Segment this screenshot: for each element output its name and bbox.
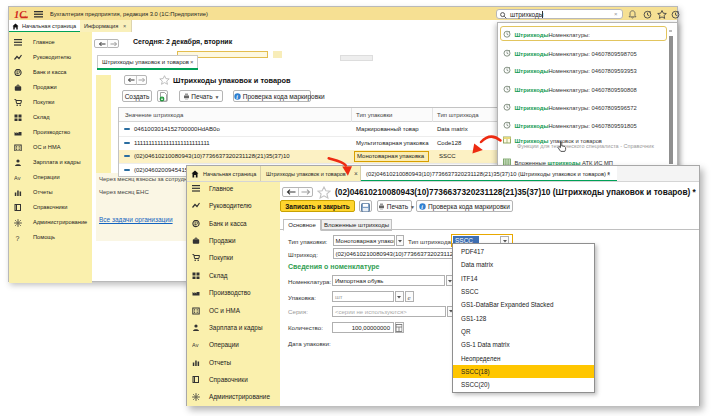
svg-text:Аv: Аv bbox=[14, 175, 21, 181]
svg-text:Аv: Аv bbox=[192, 342, 199, 348]
svg-text:?: ? bbox=[15, 234, 19, 241]
svg-text:e: e bbox=[407, 293, 410, 301]
